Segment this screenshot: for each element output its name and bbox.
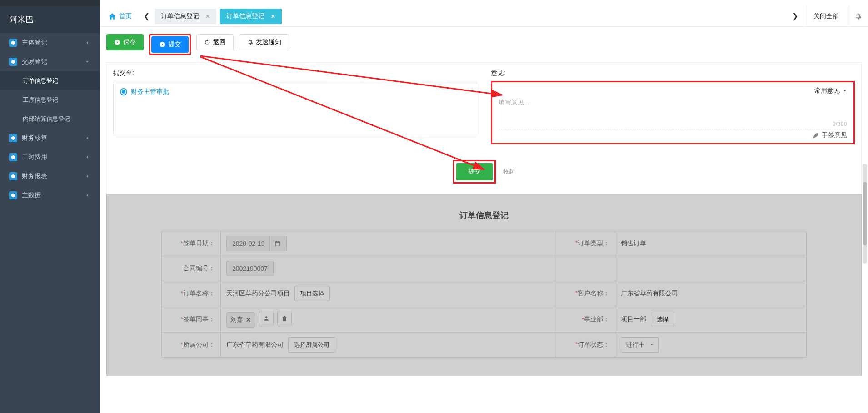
sidebar-item-master-data[interactable]: 主数据 bbox=[0, 186, 100, 205]
sidebar-sub-internal-settlement[interactable]: 内部结算信息登记 bbox=[0, 109, 100, 129]
radio-label: 财务主管审批 bbox=[131, 88, 169, 96]
tab-order-register-1[interactable]: 订单信息登记 ✕ bbox=[155, 9, 216, 24]
back-label: 返回 bbox=[213, 38, 226, 46]
dept-select-button[interactable]: 选择 bbox=[651, 312, 674, 327]
app-title: 阿米巴 bbox=[0, 6, 100, 33]
dept-value: 项目一部 bbox=[621, 315, 646, 323]
submit-panel: 提交至: 财务主管审批 意见: 常用意见 bbox=[106, 62, 862, 194]
sidebar-label: 财务核算 bbox=[22, 134, 47, 142]
cube-icon bbox=[9, 134, 17, 142]
settings-button[interactable] bbox=[849, 6, 866, 27]
user-icon bbox=[263, 315, 269, 322]
user-picker-button[interactable] bbox=[259, 311, 274, 326]
common-opinion-label: 常用意见 bbox=[814, 87, 840, 95]
sidebar-label: 工时费用 bbox=[22, 153, 47, 161]
back-button[interactable]: 返回 bbox=[196, 34, 234, 50]
gear-icon bbox=[854, 13, 862, 20]
chevron-left-icon bbox=[85, 154, 91, 160]
sidebar-item-work-hours[interactable]: 工时费用 bbox=[0, 148, 100, 167]
close-icon[interactable]: ✕ bbox=[205, 13, 210, 20]
project-select-button[interactable]: 项目选择 bbox=[294, 286, 330, 301]
play-icon bbox=[114, 39, 120, 45]
feather-icon bbox=[812, 132, 819, 139]
cube-icon bbox=[9, 191, 17, 199]
opinion-box: 常用意见 0/300 手签意见 bbox=[491, 81, 855, 144]
handwrite-sign-link[interactable]: 手签意见 bbox=[812, 131, 847, 139]
contract-no-field[interactable]: 2002190007 bbox=[226, 261, 274, 276]
back-icon bbox=[204, 39, 210, 45]
send-notice-button[interactable]: 发送通知 bbox=[239, 34, 289, 50]
caret-down-icon bbox=[843, 89, 847, 93]
company-select-button[interactable]: 选择所属公司 bbox=[288, 337, 335, 353]
form-title: 订单信息登记 bbox=[161, 205, 807, 231]
cube-icon bbox=[9, 39, 17, 47]
chevron-down-icon bbox=[85, 59, 91, 65]
radio-finance-approval[interactable]: 财务主管审批 bbox=[120, 88, 470, 96]
submit-button[interactable]: 提交 bbox=[151, 36, 189, 53]
field-label: 签单日期： bbox=[183, 239, 215, 247]
sign-label: 手签意见 bbox=[822, 131, 847, 139]
sidebar-item-finance-calc[interactable]: 财务核算 bbox=[0, 129, 100, 148]
opinion-input[interactable] bbox=[499, 99, 847, 117]
colleague-chip[interactable]: 刘嘉 ✕ bbox=[226, 312, 255, 328]
radio-checked-icon bbox=[120, 88, 127, 95]
tab-label: 订单信息登记 bbox=[161, 12, 199, 20]
sidebar-label: 交易登记 bbox=[22, 58, 47, 66]
home-tab[interactable]: 首页 bbox=[102, 12, 138, 20]
cube-icon bbox=[9, 153, 17, 161]
send-notice-label: 发送通知 bbox=[256, 38, 281, 46]
sidebar-sub-process-register[interactable]: 工序信息登记 bbox=[0, 90, 100, 109]
save-button[interactable]: 保存 bbox=[106, 34, 144, 50]
calendar-icon bbox=[269, 236, 281, 251]
remove-icon[interactable]: ✕ bbox=[246, 316, 251, 323]
colleague-value: 刘嘉 bbox=[230, 316, 243, 324]
order-name-value: 天河区草药分公司项目 bbox=[226, 289, 290, 297]
sidebar-label: 主体登记 bbox=[22, 39, 47, 47]
confirm-submit-button[interactable]: 提交 bbox=[456, 163, 493, 180]
submit-to-box: 财务主管审批 bbox=[113, 81, 477, 135]
tab-nav-next[interactable]: ❯ bbox=[787, 12, 803, 20]
main-content: 首页 ❮ 订单信息登记 ✕ 订单信息登记 ✕ ❯ 关闭全部 保存 bbox=[100, 0, 868, 413]
chevron-left-icon bbox=[85, 192, 91, 199]
action-toolbar: 保存 提交 返回 发送通知 bbox=[106, 34, 862, 55]
tab-label: 订单信息登记 bbox=[226, 12, 264, 20]
clear-button[interactable] bbox=[277, 311, 292, 326]
scrollbar-thumb[interactable] bbox=[863, 182, 867, 245]
opinion-label: 意见: bbox=[491, 69, 855, 77]
submit-label: 提交 bbox=[168, 40, 181, 49]
order-status-select[interactable]: 进行中 bbox=[621, 337, 659, 353]
save-label: 保存 bbox=[123, 38, 136, 46]
common-opinion-dropdown[interactable]: 常用意见 bbox=[499, 87, 847, 95]
trash-icon bbox=[281, 315, 288, 322]
collapse-link[interactable]: 收起 bbox=[503, 168, 515, 176]
home-label: 首页 bbox=[119, 12, 132, 20]
cube-icon bbox=[9, 172, 17, 180]
sidebar-label: 主数据 bbox=[22, 191, 41, 199]
sidebar-sub-order-register[interactable]: 订单信息登记 bbox=[0, 71, 100, 90]
order-form: 订单信息登记 *签单日期： 2020-02-19 *订单类型： 销售订单 bbox=[106, 194, 862, 376]
field-label: 签单同事： bbox=[183, 315, 215, 323]
scrollbar[interactable] bbox=[863, 164, 867, 264]
customer-value: 广东省草药有限公司 bbox=[621, 289, 678, 297]
field-label: 订单类型： bbox=[578, 239, 609, 247]
cube-icon bbox=[9, 58, 17, 66]
highlight-annotation: 提交 bbox=[453, 160, 496, 184]
caret-down-icon bbox=[649, 343, 654, 347]
sidebar-item-finance-report[interactable]: 财务报表 bbox=[0, 167, 100, 186]
sign-date-field[interactable]: 2020-02-19 bbox=[226, 236, 287, 251]
sidebar-label: 财务报表 bbox=[22, 172, 47, 180]
home-icon bbox=[108, 12, 116, 20]
close-all-tabs[interactable]: 关闭全部 bbox=[807, 6, 845, 27]
sidebar-item-transaction[interactable]: 交易登记 bbox=[0, 52, 100, 71]
gear-icon bbox=[247, 39, 253, 45]
highlight-annotation: 提交 bbox=[149, 34, 191, 55]
close-icon[interactable]: ✕ bbox=[271, 13, 275, 20]
field-label: 合同编号： bbox=[183, 264, 215, 272]
sidebar-item-subject[interactable]: 主体登记 bbox=[0, 33, 100, 52]
field-label: 事业部： bbox=[584, 315, 609, 323]
chevron-left-icon bbox=[85, 173, 91, 179]
tab-nav-prev[interactable]: ❮ bbox=[138, 12, 155, 20]
company-value: 广东省草药有限公司 bbox=[226, 341, 284, 348]
tab-order-register-2[interactable]: 订单信息登记 ✕ bbox=[220, 9, 282, 24]
chevron-left-icon bbox=[85, 135, 91, 141]
